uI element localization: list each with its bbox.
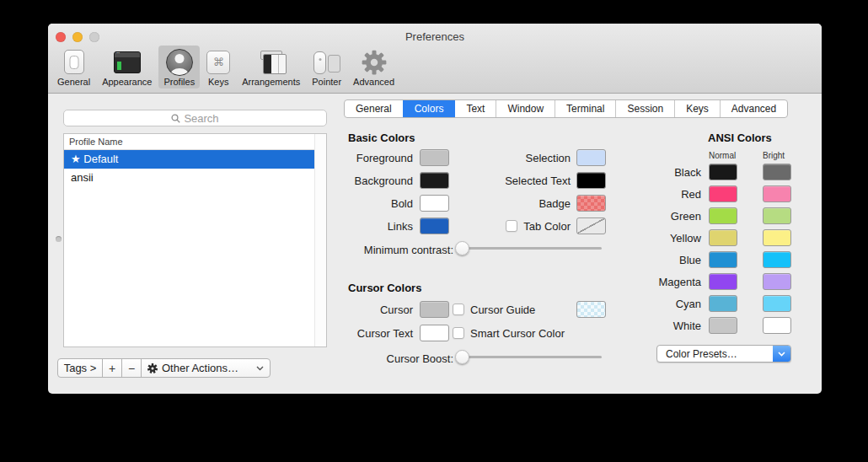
ansi-blue-normal-well[interactable]	[709, 251, 737, 268]
appearance-icon: ×	[114, 51, 141, 73]
tab-color-label: Tab Color	[523, 220, 571, 233]
ansi-magenta-normal-well[interactable]	[709, 273, 737, 290]
ansi-bright-column-header: Bright	[763, 151, 785, 160]
cursor-guide-checkbox[interactable]	[453, 304, 464, 315]
ansi-yellow-normal-well[interactable]	[709, 229, 737, 246]
smart-cursor-checkbox[interactable]	[453, 327, 464, 339]
tab-advanced[interactable]: Advanced	[721, 100, 787, 117]
badge-label: Badge	[385, 195, 571, 212]
slider-track[interactable]	[456, 247, 602, 250]
remove-profile-button[interactable]: −	[121, 358, 142, 378]
selection-label: Selection	[385, 149, 571, 166]
selected-text-label: Selected Text	[385, 172, 571, 189]
cursor-color-well[interactable]	[420, 301, 449, 318]
action-gear-icon	[147, 363, 158, 373]
other-actions-label: Other Actions…	[162, 362, 238, 374]
toolbar-label: General	[57, 77, 90, 87]
gear-icon	[362, 50, 387, 75]
screen-background: Preferences General × Appearance Profile…	[0, 0, 868, 462]
ansi-normal-column-header: Normal	[709, 151, 736, 160]
search-input[interactable]: Search	[63, 110, 327, 126]
profile-list-footer: Tags > + − Other Actions…	[57, 358, 271, 378]
ansi-yellow-label: Yellow	[600, 229, 701, 246]
command-key-icon: ⌘	[206, 51, 230, 74]
ansi-cyan-normal-well[interactable]	[709, 295, 737, 312]
preferences-window: Preferences General × Appearance Profile…	[48, 24, 822, 394]
profile-row-default[interactable]: ★ Default	[64, 150, 314, 169]
window-title: Preferences	[48, 30, 822, 43]
tab-terminal[interactable]: Terminal	[555, 100, 616, 117]
arrangements-icon	[256, 51, 287, 73]
window-chrome: Preferences General × Appearance Profile…	[48, 24, 822, 94]
tags-button[interactable]: Tags >	[57, 358, 103, 378]
minimum-contrast-slider[interactable]	[456, 241, 602, 255]
tab-general[interactable]: General	[345, 100, 404, 117]
dropdown-arrow-button[interactable]	[773, 346, 790, 362]
slider-knob[interactable]	[455, 241, 469, 255]
profile-list: Profile Name ★ Default ansii	[63, 133, 327, 347]
add-profile-button[interactable]: +	[102, 358, 122, 378]
ansi-red-normal-well[interactable]	[709, 185, 737, 202]
toolbar-item-arrangements[interactable]: Arrangements	[237, 46, 305, 89]
smart-cursor-label: Smart Cursor Color	[470, 327, 565, 340]
toolbar-label: Pointer	[312, 77, 341, 87]
sidebar-drag-handle[interactable]	[56, 236, 62, 242]
basic-colors-heading: Basic Colors	[348, 132, 415, 144]
toolbar-item-profiles[interactable]: Profiles	[158, 46, 200, 89]
profile-list-header: Profile Name	[64, 134, 326, 150]
toolbar-label: Arrangements	[242, 77, 300, 87]
cursor-boost-slider[interactable]	[456, 350, 602, 363]
ansi-cyan-label: Cyan	[600, 295, 701, 312]
ansi-black-bright-well[interactable]	[763, 164, 791, 180]
tab-session[interactable]: Session	[616, 100, 675, 117]
cursor-text-color-well[interactable]	[420, 325, 449, 341]
toolbar-item-keys[interactable]: ⌘ Keys	[201, 46, 235, 89]
ansi-colors-heading: ANSI Colors	[708, 132, 772, 144]
ansi-magenta-label: Magenta	[600, 273, 701, 290]
cursor-guide-label: Cursor Guide	[470, 304, 535, 316]
ansi-black-normal-well[interactable]	[709, 164, 737, 180]
ansi-white-bright-well[interactable]	[763, 317, 791, 334]
ansi-blue-bright-well[interactable]	[763, 251, 791, 268]
cursor-boost-label: Cursor Boost:	[301, 350, 453, 367]
toolbar-item-general[interactable]: General	[52, 46, 95, 89]
ansi-green-bright-well[interactable]	[763, 207, 791, 224]
tab-colors[interactable]: Colors	[404, 100, 456, 117]
tab-color-checkbox[interactable]	[506, 220, 517, 232]
search-icon	[171, 114, 180, 123]
toolbar: General × Appearance Profiles ⌘ Keys	[52, 46, 399, 89]
ansi-green-normal-well[interactable]	[709, 207, 737, 224]
ansi-red-bright-well[interactable]	[763, 185, 791, 202]
profile-row-ansii[interactable]: ansii	[64, 169, 314, 187]
settings-tab-bar: General Colors Text Window Terminal Sess…	[344, 99, 788, 118]
ansi-white-label: White	[600, 317, 701, 334]
toolbar-item-pointer[interactable]: Pointer	[307, 46, 346, 89]
tab-keys[interactable]: Keys	[675, 100, 721, 117]
ansi-blue-label: Blue	[600, 251, 701, 268]
ansi-white-normal-well[interactable]	[709, 317, 737, 334]
tab-text[interactable]: Text	[455, 100, 496, 117]
toolbar-item-appearance[interactable]: × Appearance	[97, 46, 157, 89]
ansi-magenta-bright-well[interactable]	[763, 273, 791, 290]
chevron-down-icon	[778, 352, 785, 357]
color-presets-dropdown[interactable]: Color Presets…	[656, 345, 791, 363]
toolbar-item-advanced[interactable]: Advanced	[348, 46, 399, 89]
ansi-red-label: Red	[600, 185, 701, 202]
other-actions-dropdown[interactable]: Other Actions…	[141, 358, 271, 378]
mouse-icon	[313, 51, 340, 74]
cursor-text-label: Cursor Text	[309, 325, 413, 341]
toolbar-label: Keys	[208, 77, 228, 87]
ansi-yellow-bright-well[interactable]	[763, 229, 791, 246]
color-presets-label: Color Presets…	[657, 348, 773, 360]
slider-track[interactable]	[456, 356, 602, 358]
toolbar-label: Profiles	[163, 77, 195, 87]
toolbar-label: Advanced	[353, 77, 394, 87]
cursor-colors-heading: Cursor Colors	[348, 282, 421, 294]
ansi-cyan-bright-well[interactable]	[763, 295, 791, 312]
profiles-icon	[166, 49, 193, 76]
toolbar-label: Appearance	[102, 77, 152, 87]
general-icon	[64, 50, 84, 74]
chevron-down-icon	[256, 366, 264, 371]
slider-knob[interactable]	[455, 350, 469, 364]
tab-window[interactable]: Window	[496, 100, 555, 117]
